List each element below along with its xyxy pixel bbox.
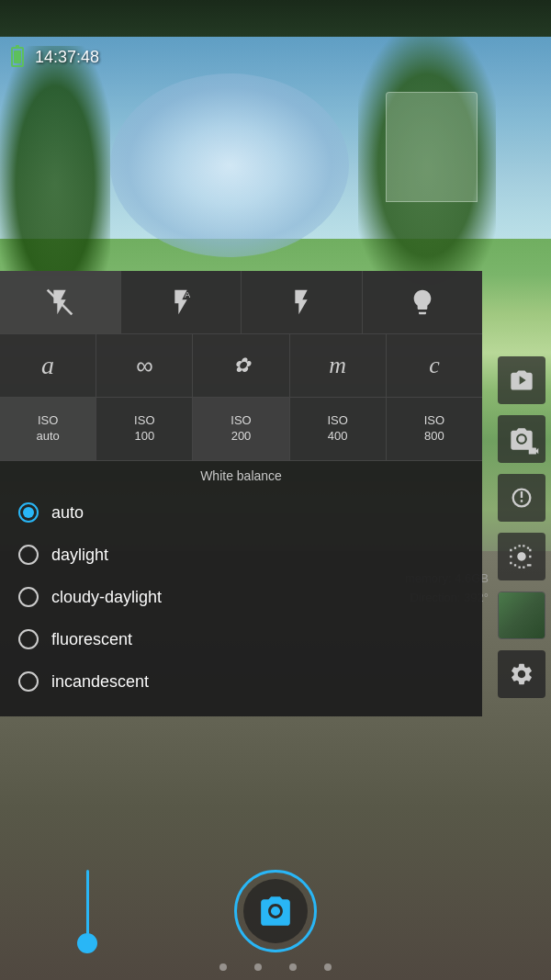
wb-fluorescent-option[interactable]: fluorescent [18, 619, 482, 659]
wb-cloudy-option[interactable]: cloudy-daylight [18, 577, 482, 617]
flash-off-button[interactable] [0, 271, 121, 333]
flash-off-icon [45, 287, 74, 317]
last-photo-thumbnail[interactable] [498, 591, 545, 639]
focus-infinity-button[interactable]: ∞ [96, 334, 193, 397]
flash-on-button[interactable] [242, 271, 363, 333]
thumbnail-image [499, 592, 545, 638]
wb-incandescent-label: incandescent [51, 672, 149, 692]
wb-cloudy-radio [18, 587, 39, 607]
iso-100-label: ISO [134, 413, 154, 429]
focus-macro-label: ✿ [233, 354, 250, 377]
iso-800-value: 800 [424, 429, 444, 445]
iso-200-value: 200 [231, 429, 252, 445]
focus-continuous-label: c [429, 352, 440, 379]
torch-icon [408, 287, 437, 317]
focus-icon [509, 544, 534, 569]
slider-track [86, 870, 89, 943]
iso-100-button[interactable]: ISO 100 [96, 398, 193, 460]
svg-text:A: A [185, 290, 191, 299]
iso-400-label: ISO [328, 413, 348, 429]
focus-manual-button[interactable]: m [290, 334, 387, 397]
wb-incandescent-radio [18, 671, 39, 692]
video-icon [527, 445, 540, 457]
camera-shutter-icon [258, 894, 293, 929]
wb-auto-option[interactable]: auto [18, 492, 482, 533]
nav-dot-2[interactable] [254, 963, 262, 971]
wb-fluorescent-label: fluorescent [51, 630, 132, 649]
effects-icon [509, 485, 534, 511]
bottom-nav-dots [0, 963, 551, 971]
wb-auto-label: auto [51, 503, 84, 523]
exposure-slider[interactable] [73, 833, 101, 943]
wb-daylight-label: daylight [51, 546, 108, 565]
torch-button[interactable] [363, 271, 483, 333]
iso-200-button[interactable]: ISO 200 [193, 398, 289, 460]
focus-mode-button[interactable] [498, 533, 545, 580]
iso-auto-button[interactable]: ISO auto [0, 398, 96, 460]
focus-manual-label: m [329, 352, 346, 379]
shutter-button[interactable] [234, 870, 317, 952]
focus-auto-button[interactable]: a [0, 334, 96, 397]
flip-camera-icon [509, 367, 534, 393]
wb-auto-radio [18, 502, 39, 523]
iso-options-row: ISO auto ISO 100 ISO 200 ISO 400 ISO 800 [0, 398, 482, 461]
white-balance-options: auto daylight cloudy-daylight fluorescen… [0, 489, 482, 709]
flip-camera-button[interactable] [498, 356, 545, 404]
iso-400-button[interactable]: ISO 400 [290, 398, 387, 460]
iso-800-button[interactable]: ISO 800 [387, 398, 482, 460]
effects-button[interactable] [498, 474, 545, 522]
iso-auto-value: auto [36, 429, 59, 445]
focus-continuous-button[interactable]: c [387, 334, 482, 397]
camera-settings-panel: A a ∞ ✿ m c [0, 271, 482, 716]
shutter-inner [243, 879, 308, 943]
focus-auto-label: a [41, 351, 54, 380]
iso-200-label: ISO [231, 413, 251, 429]
iso-400-value: 400 [328, 429, 348, 445]
nav-dot-3[interactable] [289, 963, 297, 971]
focus-options-row: a ∞ ✿ m c [0, 334, 482, 398]
battery-icon [11, 47, 24, 67]
flash-auto-icon: A [166, 287, 196, 317]
wb-fluorescent-radio [18, 629, 39, 649]
flash-options-row: A [0, 271, 482, 334]
nav-dot-4[interactable] [324, 963, 332, 971]
wb-daylight-option[interactable]: daylight [18, 535, 482, 575]
fountain [110, 73, 349, 257]
greenhouse [386, 92, 478, 202]
right-side-controls [492, 349, 551, 705]
focus-infinity-label: ∞ [136, 352, 153, 380]
status-bar: 14:37:48 [0, 44, 551, 70]
flash-on-icon [287, 287, 316, 317]
wb-incandescent-option[interactable]: incandescent [18, 661, 482, 702]
iso-100-value: 100 [134, 429, 154, 445]
iso-auto-label: ISO [38, 413, 58, 429]
tree-left [0, 46, 110, 276]
wb-auto-radio-inner [23, 507, 34, 518]
wb-daylight-radio [18, 545, 39, 565]
wb-cloudy-label: cloudy-daylight [51, 588, 162, 607]
photo-video-toggle[interactable] [498, 415, 545, 463]
settings-button[interactable] [498, 650, 545, 698]
flash-auto-button[interactable]: A [121, 271, 242, 333]
focus-macro-button[interactable]: ✿ [193, 334, 289, 397]
time-display: 14:37:48 [35, 48, 99, 67]
slider-thumb[interactable] [77, 933, 97, 953]
white-balance-label: White balance [0, 461, 482, 489]
nav-dot-1[interactable] [219, 963, 227, 971]
gear-icon [509, 661, 534, 687]
iso-800-label: ISO [424, 413, 444, 429]
